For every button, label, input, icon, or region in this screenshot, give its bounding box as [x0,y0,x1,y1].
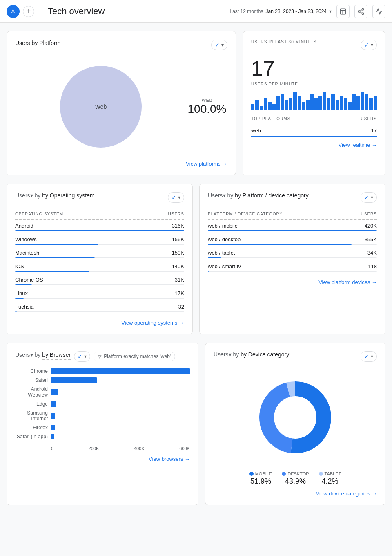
platform-users: 17 [371,128,377,134]
os-bar-bg [15,257,184,258]
pd-col-right: USERS [361,212,377,216]
pd-card-title: by Platform / device category [235,192,309,200]
donut-legend-pct: 51.9% [250,477,271,486]
mini-bar [306,100,309,110]
donut-legend-item: DESKTOP 43.9% [282,471,309,486]
platform-card: Users by Platform ✓ ▾ Web WEB 100.0% [7,31,236,175]
mini-bar [336,100,339,110]
os-card-header: Users▾ by by Operating system ✓ ▾ [15,192,184,203]
header: A + Tech overview Last 12 months Jan 23,… [0,0,392,23]
browser-bar-label: Android Webview [15,386,48,398]
realtime-section-label: USERS IN LAST 30 MINUTES [251,40,317,44]
platform-content: Web WEB 100.0% [15,58,227,156]
date-range[interactable]: Last 12 months Jan 23, 2023 - Jan 23, 20… [229,9,332,14]
view-os-link[interactable]: View operating systems → [15,320,184,326]
browser-bar-fill [51,425,55,430]
os-table-row: Fuchsia 32 [15,301,184,315]
mini-bar [323,92,326,110]
os-check-dropdown[interactable]: ✓ ▾ [168,192,184,203]
settings-icon[interactable] [372,5,385,18]
browser-filter[interactable]: ▽ Platform exactly matches 'web' [94,352,175,361]
pd-data-table: PLATFORM / DEVICE CATEGORY USERS web / m… [208,209,377,274]
mini-bar [331,94,334,110]
browser-bar-container [51,401,190,407]
os-row-name: Android [15,223,33,229]
dc-card-title: by Device category [241,351,289,359]
check-icon-dc: ✓ [364,353,369,360]
donut-legend-label: MOBILE [249,471,272,476]
view-platforms-link[interactable]: View platforms → [15,161,227,167]
pie-chart-area: Web [15,58,187,156]
view-realtime-link[interactable]: View realtime → [251,142,377,148]
mini-bar [310,94,314,110]
mini-bar [289,98,292,110]
os-table-row: Macintosh 150K [15,247,184,261]
platform-device-card: Users▾ by by Platform / device category … [199,184,385,334]
mini-bar [251,104,254,110]
svg-point-1 [362,8,364,10]
pd-col-left: PLATFORM / DEVICE CATEGORY [208,212,283,216]
chevron-down-icon-dc: ▾ [371,354,373,359]
platform-check-dropdown[interactable]: ✓ ▾ [211,40,227,50]
mini-bar [327,98,330,110]
os-col-left: OPERATING SYSTEM [15,212,63,216]
svg-point-2 [358,10,360,12]
view-browser-link[interactable]: View browsers → [15,456,190,462]
pd-users-label: Users▾ by [208,192,235,199]
browser-card-title-group: Users▾ by by Browser [15,352,71,361]
x-axis-label: 200K [89,446,99,451]
pd-row-name: web / smart tv [208,263,241,269]
donut-legend-label: TABLET [319,471,341,476]
mini-bar [348,102,352,110]
device-category-card: Users▾ by by Device category ✓ ▾ [205,343,385,505]
pd-table-header: PLATFORM / DEVICE CATEGORY USERS [208,209,377,220]
mini-bar [352,94,356,110]
chart-icon[interactable] [336,5,350,18]
os-bar-bg [15,244,184,245]
os-row-name: Macintosh [15,250,39,256]
donut-chart-area [214,368,377,466]
legend-label: WEB [202,98,213,103]
chevron-down-icon-rt: ▾ [371,42,373,48]
realtime-check-dropdown[interactable]: ✓ ▾ [361,40,377,50]
donut-legend: MOBILE 51.9% DESKTOP 43.9% TABLET 4.2% [214,471,377,486]
browser-card-header: Users▾ by by Browser ✓ ▾ ▽ Platform exac… [15,351,190,362]
os-table-row: Windows 156K [15,234,184,247]
pd-row-value: 420K [365,223,377,229]
browser-check-dropdown[interactable]: ✓ ▾ [74,351,90,362]
mini-bar [281,94,284,110]
mini-bar [374,96,377,110]
browser-users-label: Users▾ by [15,352,42,358]
add-button[interactable]: + [23,6,34,17]
check-icon-rt: ✓ [364,42,369,48]
view-dc-link[interactable]: View device categories → [214,491,377,497]
os-bar-fill [15,271,89,272]
os-bar-bg [15,230,184,231]
pd-table-row: web / desktop 355K [208,234,377,247]
pd-bar-fill [208,230,377,231]
dc-check-dropdown[interactable]: ✓ ▾ [361,351,377,362]
os-bar-fill [15,230,184,231]
os-rows: Android 316K Windows 156K Macintosh 150K… [15,220,184,315]
platform-table-header: TOP PLATFORMS USERS [251,115,377,123]
donut-legend-item: MOBILE 51.9% [249,471,272,486]
browser-bar-fill [51,377,97,383]
os-data-table: OPERATING SYSTEM USERS Android 316K Wind… [15,209,184,315]
legend-value: 100.0% [188,103,227,116]
browser-bar-container [51,368,190,374]
browser-bar-chart: Chrome Safari Android Webview Edge Samsu… [15,368,190,439]
svg-rect-0 [340,9,346,14]
view-pd-link[interactable]: View platform devices → [208,279,377,285]
os-table-row: iOS 140K [15,261,184,274]
pd-check-dropdown[interactable]: ✓ ▾ [361,192,377,203]
os-bar-bg [15,271,184,272]
date-dropdown-chevron[interactable]: ▾ [329,9,332,14]
platform-table-row: web 17 [251,125,377,137]
pd-bar-fill [208,257,221,258]
share-icon[interactable] [354,5,368,18]
pd-row-value: 355K [365,236,377,242]
svg-line-4 [360,12,362,13]
os-table-row: Chrome OS 31K [15,274,184,288]
os-row-value: 156K [172,236,184,242]
mini-bar [302,102,305,110]
